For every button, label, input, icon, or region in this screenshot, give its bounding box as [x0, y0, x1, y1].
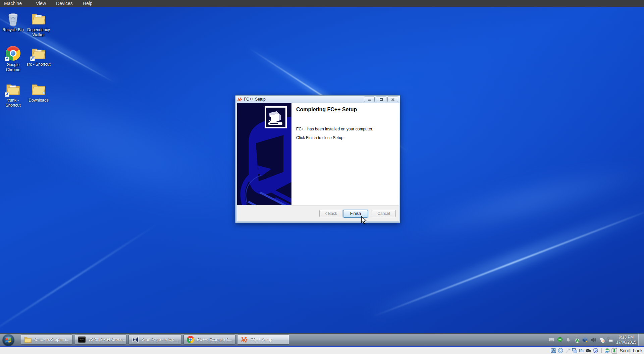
taskbar-button-visual-studio[interactable]: Start Page - Micro... [128, 335, 182, 345]
desktop-icon-label: Recycle Bin [0, 27, 26, 33]
desktop-icon-google-chrome[interactable]: Google Chrome [0, 46, 26, 72]
svg-text:U: U [595, 349, 597, 352]
chat-icon[interactable] [557, 337, 563, 343]
clock-time: 9:13 PM [615, 335, 637, 340]
chrome-icon [186, 336, 195, 344]
desktop-icon-downloads[interactable]: Downloads [25, 81, 52, 103]
statusbar-separator [601, 348, 602, 353]
installer-sidebar-graphic [237, 103, 291, 206]
start-button[interactable] [2, 334, 14, 346]
svg-text:C:\: C:\ [79, 339, 83, 341]
visual-studio-icon [131, 336, 140, 344]
desktop-icon-recycle-bin[interactable]: Recycle Bin [0, 11, 26, 33]
shared-folder-icon[interactable] [579, 348, 585, 354]
minimize-button[interactable] [364, 97, 375, 102]
folder-page-icon [5, 81, 21, 97]
mouse-integration-icon[interactable] [604, 348, 610, 354]
show-desktop-button[interactable] [638, 334, 644, 346]
folder-icon [24, 336, 32, 344]
desktop-icon-src-shortcut[interactable]: src - Shortcut [25, 46, 52, 67]
folder-icon [31, 46, 46, 61]
dialog-content: Completing FC++ Setup FC++ has been inst… [237, 103, 399, 206]
recycle-bin-icon [5, 11, 21, 26]
desktop-icon-dependency-walker[interactable]: Dependency Walker [25, 11, 52, 38]
dialog-title: FC++ Setup [244, 97, 364, 102]
taskbar-button-label: VS2013 x64 Cross ... [88, 337, 126, 342]
folder-documents-icon [31, 11, 46, 26]
windows-logo-icon [4, 336, 12, 344]
vbox-menubar: Machine View Devices Help [0, 0, 644, 7]
fcpp-app-icon [237, 97, 242, 102]
hard-disk-icon[interactable] [551, 348, 556, 354]
taskbar: C:\Users\Stéphan... C:\ VS2013 x64 Cross… [0, 333, 644, 346]
desktop-icon-label: Downloads [25, 98, 52, 103]
action-center-flag-icon[interactable] [599, 337, 605, 343]
optical-disc-icon[interactable] [558, 348, 564, 354]
menu-machine[interactable]: Machine [0, 0, 26, 7]
dialog-titlebar[interactable]: FC++ Setup [235, 96, 400, 103]
dialog-footer: < Back Finish Cancel [237, 205, 399, 221]
menu-view[interactable]: View [32, 0, 50, 7]
usb-eject-icon[interactable] [574, 337, 580, 343]
shortcut-arrow-icon [30, 56, 35, 61]
dialog-body-text: FC++ has been installed on your computer… [296, 127, 373, 131]
taskbar-button-label: C:\Users\Stéphan... [34, 337, 69, 342]
taskbar-button-command-prompt[interactable]: C:\ VS2013 x64 Cross ... [75, 335, 126, 345]
taskbar-clock[interactable]: 9:13 PM 17/06/2015 [615, 334, 637, 346]
keyboard-icon[interactable] [548, 337, 554, 343]
taskbar-button-explorer[interactable]: C:\Users\Stéphan... [21, 335, 73, 345]
maximize-button[interactable] [376, 97, 386, 102]
desktop-icon-label: Google Chrome [0, 62, 26, 72]
taskbar-button-label: Start Page - Micro... [142, 337, 178, 342]
taskbar-button-chrome[interactable]: FC++: Example C... [183, 335, 235, 345]
display-windows-icon[interactable] [572, 348, 578, 354]
volume-icon[interactable] [590, 337, 596, 343]
shortcut-arrow-icon [5, 57, 9, 61]
bell-icon[interactable] [565, 337, 571, 343]
desktop-icon-label: trunk - Shortcut [0, 98, 26, 108]
folder-icon [31, 81, 46, 97]
close-button[interactable] [387, 97, 398, 102]
fcpp-setup-dialog: FC++ Setup [235, 95, 400, 223]
virtualbox-window: Machine View Devices Help Recycle Bin [0, 0, 644, 354]
command-prompt-icon: C:\ [78, 336, 86, 344]
fcpp-app-icon [240, 336, 248, 344]
chrome-icon [5, 46, 21, 61]
network-icon[interactable] [607, 337, 613, 343]
vbox-statusbar: U Scroll Lock [0, 347, 644, 354]
desktop-icon-trunk-shortcut[interactable]: trunk - Shortcut [0, 81, 26, 108]
dialog-body-text: Click Finish to close Setup. [296, 135, 344, 140]
audio-pen-icon[interactable] [565, 348, 571, 354]
back-button[interactable]: < Back [319, 210, 342, 217]
desktop-icon-label: Dependency Walker [25, 27, 52, 38]
scroll-lock-indicator: Scroll Lock [620, 348, 643, 353]
shortcut-arrow-icon [5, 92, 9, 97]
usb-shield-icon[interactable]: U [593, 348, 599, 354]
taskbar-button-label: FC++ Setup [251, 337, 272, 342]
cancel-button[interactable]: Cancel [372, 210, 396, 217]
video-capture-icon[interactable] [586, 348, 592, 354]
package-icon[interactable] [582, 337, 588, 343]
keyboard-capture-icon[interactable] [611, 348, 617, 354]
mouse-cursor [361, 216, 367, 226]
menu-help[interactable]: Help [79, 0, 97, 7]
menu-devices[interactable]: Devices [52, 0, 77, 7]
desktop-icon-label: src - Shortcut [25, 62, 52, 67]
dialog-heading: Completing FC++ Setup [296, 107, 357, 113]
taskbar-button-fcpp-setup[interactable]: FC++ Setup [237, 335, 289, 345]
taskbar-button-label: FC++: Example C... [197, 337, 232, 342]
clock-date: 17/06/2015 [615, 340, 637, 345]
system-tray [548, 334, 613, 346]
